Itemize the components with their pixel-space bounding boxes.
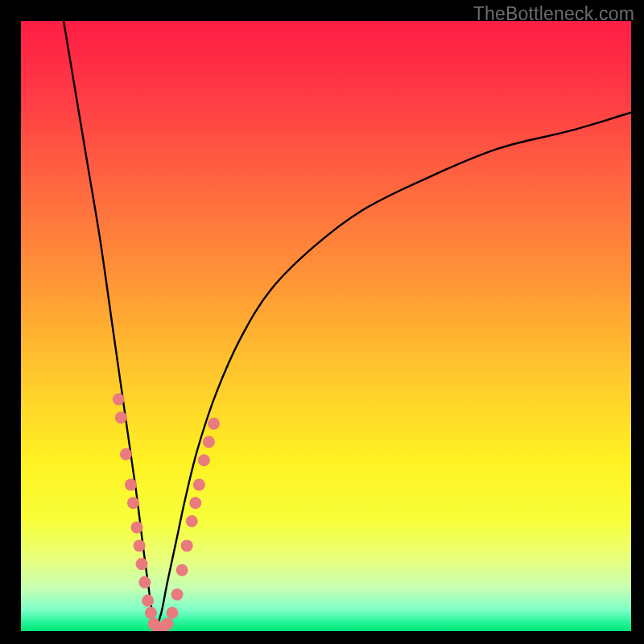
watermark-text: TheBottleneck.com bbox=[473, 3, 634, 25]
dot bbox=[171, 588, 184, 601]
dot bbox=[136, 558, 148, 570]
dot bbox=[131, 522, 143, 534]
dot bbox=[127, 497, 139, 509]
dot bbox=[115, 411, 127, 423]
dot bbox=[113, 393, 125, 405]
dot bbox=[166, 607, 178, 619]
dot bbox=[145, 607, 157, 619]
dot bbox=[181, 539, 193, 551]
dot bbox=[138, 576, 151, 588]
curves-layer bbox=[21, 21, 631, 631]
dot bbox=[176, 564, 188, 576]
curve-right-branch bbox=[155, 113, 631, 631]
dot bbox=[189, 497, 201, 509]
dot bbox=[186, 515, 198, 527]
dot bbox=[193, 479, 205, 491]
plot-area bbox=[21, 21, 631, 631]
dot bbox=[120, 448, 132, 460]
chart-frame: TheBottleneck.com bbox=[0, 0, 644, 644]
dot bbox=[125, 479, 137, 491]
dot bbox=[134, 539, 146, 551]
curve-left-branch bbox=[64, 21, 155, 631]
dot bbox=[142, 595, 154, 607]
dot bbox=[203, 436, 215, 448]
dot bbox=[198, 454, 210, 466]
dot bbox=[208, 418, 220, 430]
dot bbox=[161, 617, 173, 630]
